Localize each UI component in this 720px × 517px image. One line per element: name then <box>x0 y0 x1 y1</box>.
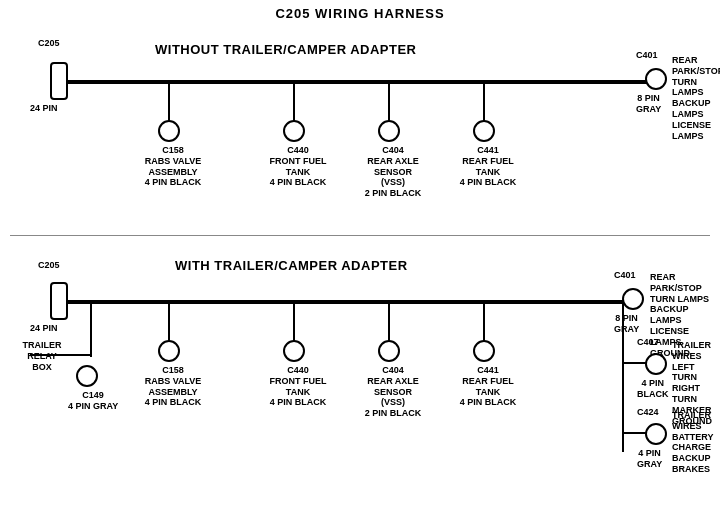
top-c158-label: C158RABS VALVEASSEMBLY4 PIN BLACK <box>143 145 203 188</box>
top-c441-label: C441REAR FUELTANK4 PIN BLACK <box>458 145 518 188</box>
bottom-c404-circle <box>378 340 400 362</box>
page-title: C205 WIRING HARNESS <box>0 0 720 21</box>
bottom-c441-dropline <box>483 302 485 342</box>
bottom-c404-dropline <box>388 302 390 342</box>
bottom-section-title: WITH TRAILER/CAMPER ADAPTER <box>175 258 408 273</box>
bottom-c441-circle <box>473 340 495 362</box>
bottom-c158-label: C158RABS VALVEASSEMBLY4 PIN BLACK <box>143 365 203 408</box>
bottom-c401-id: C401 <box>614 270 636 281</box>
top-c404-label: C404REAR AXLESENSOR(VSS)2 PIN BLACK <box>363 145 423 199</box>
bottom-c404-label: C404REAR AXLESENSOR(VSS)2 PIN BLACK <box>363 365 423 419</box>
divider <box>10 235 710 236</box>
top-c401-id: C401 <box>636 50 658 61</box>
bottom-c401-pin: 8 PINGRAY <box>614 313 639 335</box>
bottom-c424-circle <box>645 423 667 445</box>
bottom-c440-dropline <box>293 302 295 342</box>
top-c441-dropline <box>483 82 485 122</box>
bottom-c149-circle <box>76 365 98 387</box>
bottom-c401-circle <box>622 288 644 310</box>
top-c158-circle <box>158 120 180 142</box>
top-c440-dropline <box>293 82 295 122</box>
bottom-c158-circle <box>158 340 180 362</box>
top-c205-rect <box>50 62 68 100</box>
bottom-c440-label: C440FRONT FUELTANK4 PIN BLACK <box>268 365 328 408</box>
bottom-c407-id: C407 <box>637 337 659 348</box>
top-hline <box>65 80 658 84</box>
bottom-c424-id: C424 <box>637 407 659 418</box>
bottom-c205-id: C205 <box>38 260 60 271</box>
bottom-c407-hline <box>622 362 647 364</box>
top-section-title: WITHOUT TRAILER/CAMPER ADAPTER <box>155 42 417 57</box>
top-c401-desc: REAR PARK/STOPTURN LAMPSBACKUP LAMPSLICE… <box>672 55 720 141</box>
top-c404-circle <box>378 120 400 142</box>
top-c441-circle <box>473 120 495 142</box>
bottom-c205-pin: 24 PIN <box>30 323 58 334</box>
bottom-c158-dropline <box>168 302 170 342</box>
top-c205-id: C205 <box>38 38 60 49</box>
bottom-c424-desc: TRAILER WIRESBATTERY CHARGEBACKUPBRAKES <box>672 410 720 475</box>
bottom-relay-vline <box>90 302 92 357</box>
bottom-c424-hline <box>622 432 647 434</box>
bottom-hline <box>65 300 635 304</box>
bottom-c149-label: C1494 PIN GRAY <box>68 390 118 412</box>
top-c205-pin: 24 PIN <box>30 103 58 114</box>
top-c401-circle <box>645 68 667 90</box>
top-c158-dropline <box>168 82 170 122</box>
bottom-c205-rect <box>50 282 68 320</box>
bottom-c424-pin: 4 PINGRAY <box>637 448 662 470</box>
bottom-c440-circle <box>283 340 305 362</box>
diagram: C205 WIRING HARNESS WITHOUT TRAILER/CAMP… <box>0 0 720 490</box>
bottom-relay-label: TRAILERRELAYBOX <box>12 340 72 372</box>
bottom-c407-pin: 4 PINBLACK <box>637 378 669 400</box>
top-c440-circle <box>283 120 305 142</box>
bottom-c407-circle <box>645 353 667 375</box>
top-c440-label: C440FRONT FUELTANK4 PIN BLACK <box>268 145 328 188</box>
top-c404-dropline <box>388 82 390 122</box>
bottom-c441-label: C441REAR FUELTANK4 PIN BLACK <box>458 365 518 408</box>
top-c401-pin: 8 PINGRAY <box>636 93 661 115</box>
bottom-right-vline <box>622 302 624 452</box>
